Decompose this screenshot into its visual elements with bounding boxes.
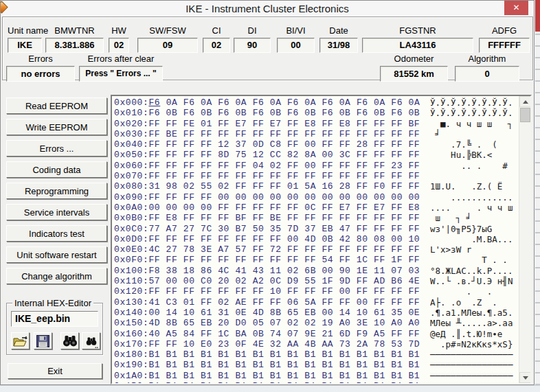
field-label: FGSTNR bbox=[362, 25, 473, 38]
hex-cursor: F6 bbox=[148, 97, 160, 108]
hex-ascii: .... . ч ч ш bbox=[430, 203, 513, 213]
open-file-button[interactable] bbox=[11, 332, 30, 349]
exit-button[interactable]: Exit bbox=[8, 363, 102, 379]
field-value: 09 bbox=[137, 38, 198, 53]
field-label: Date bbox=[319, 25, 358, 38]
field-value: 81552 km bbox=[380, 66, 448, 82]
hex-row[interactable]: 0x190:B1 B1 B1 B1 B1 B1 B1 B1 B1 B1 B1 B… bbox=[114, 360, 519, 370]
hex-row[interactable]: 0x050:FF FF FF FF 8D 75 12 CC 82 8A 00 3… bbox=[114, 150, 519, 160]
hex-row[interactable]: 0x0D0:FF FF FF FF FF FF FF FF 00 4D 0B 4… bbox=[114, 234, 519, 244]
hex-rows[interactable]: 0x000:F6 0A F6 0A F6 0A F6 0A F6 0A F6 0… bbox=[112, 96, 519, 383]
hex-row[interactable]: 0x040:FF FF FF FF 12 37 0D C8 FF 00 FF F… bbox=[114, 139, 519, 150]
hex-row[interactable]: 0x0F0:FF FF FF FF FF FF FF FF FF FF 54 F… bbox=[114, 255, 519, 265]
service-intervals-button[interactable]: Service intervals bbox=[6, 204, 107, 220]
hex-row[interactable]: 0x0E0:4C 27 78 3E A7 57 FF 72 FF FF FF F… bbox=[114, 244, 519, 255]
hex-row[interactable]: 0x070:FF FF FF FF FF FF FF FF FF FF FF F… bbox=[114, 171, 519, 181]
hex-row[interactable]: 0x130:41 C3 01 FF 02 AE FF FF 06 5A FF F… bbox=[114, 297, 519, 308]
hex-scrollbar[interactable] bbox=[519, 96, 530, 383]
hex-row[interactable]: 0x030:FF BE FF FF FF FF FF FF FF FF FF F… bbox=[114, 129, 519, 139]
coding-data-button[interactable]: Coding data bbox=[6, 161, 107, 178]
hex-row[interactable]: 0x0A0:00 00 00 00 FF FF FF FF FF 0C FF E… bbox=[114, 203, 519, 213]
hex-row[interactable]: 0x120:FF FF FF FF FF FF FF 10 FF FF FF 0… bbox=[114, 286, 519, 297]
field-value: Press " Errors ... " bbox=[79, 66, 163, 82]
save-file-button[interactable] bbox=[34, 332, 52, 349]
hex-row[interactable]: 0x1A0:B1 B1 B1 B1 B1 B1 B1 B1 B1 B1 B1 B… bbox=[114, 371, 519, 381]
field-value: 31/98 bbox=[319, 38, 358, 53]
hex-ascii: ш ┐ ╛ bbox=[430, 213, 513, 223]
hex-row[interactable]: 0x1B0:B1 B1 B1 B1 B1 B1 B1 B1 B1 B1 B1 B… bbox=[114, 381, 519, 383]
field-value: 00 bbox=[277, 38, 315, 53]
hex-ascii: .M.BА... bbox=[430, 234, 513, 244]
unit-software-restart-button[interactable]: Unit software restart bbox=[6, 246, 107, 263]
field-label: Unit name bbox=[8, 25, 42, 38]
field-fgstnr: FGSTNR LA43116 bbox=[362, 25, 473, 53]
hex-row[interactable]: 0x060:FF FF FF FF FF FF 04 02 FF 00 FF F… bbox=[114, 161, 519, 171]
field-value: no errors bbox=[6, 66, 75, 82]
hex-ascii: ──────────────── bbox=[430, 371, 513, 381]
hex-row[interactable]: 0x000:F6 0A F6 0A F6 0A F6 0A F6 0A F6 0… bbox=[114, 97, 519, 108]
field-label: ADFG bbox=[479, 25, 530, 38]
hex-ascii: ──────────────── bbox=[430, 349, 513, 360]
field-hw: HW 02 bbox=[109, 25, 129, 53]
hex-row[interactable]: 0x0C0:77 A7 27 7C 30 B7 50 35 7D 37 EB 4… bbox=[114, 224, 519, 234]
hex-row[interactable]: 0x170:FF FF 10 E0 23 0F 4E 32 AA 4B AA 7… bbox=[114, 339, 519, 349]
hex-ascii: .7.╚ . ( bbox=[430, 139, 513, 150]
hex-editor: 0x000:F6 0A F6 0A F6 0A F6 0A F6 0A F6 0… bbox=[111, 95, 532, 384]
errors-button[interactable]: Errors ... bbox=[6, 140, 107, 157]
close-button[interactable]: ✕ bbox=[504, 1, 528, 15]
internal-hex-editor-group: Internal HEX-Editor IKE_eep.bin bbox=[6, 303, 103, 355]
hex-ascii: .. . # bbox=[430, 161, 513, 171]
scroll-up-icon bbox=[523, 100, 528, 104]
hex-row[interactable]: 0x0B0:FF E8 FF FF FF BF FF BE FF FF FF F… bbox=[114, 213, 519, 223]
hex-row[interactable]: 0x150:4D 8B 65 EB 20 D0 05 07 02 02 19 A… bbox=[114, 318, 519, 328]
hex-ascii: ──────────────── bbox=[430, 381, 513, 383]
field-value: 02 bbox=[109, 38, 129, 53]
field-di: DI 90 bbox=[234, 25, 271, 53]
read-eeprom-button[interactable]: Read EEPROM bbox=[6, 97, 107, 114]
hex-row[interactable]: 0x020:FF FF FE 01 FF E7 FF E7 FF E8 FF E… bbox=[114, 119, 519, 129]
floppy-save-icon bbox=[36, 335, 49, 347]
hex-row[interactable]: 0x010:F6 0B F6 0B F6 0B F6 0B F6 0B F6 0… bbox=[114, 108, 519, 118]
hex-row[interactable]: 0x160:40 A5 84 FF 1C BA 0B 74 07 9E 21 6… bbox=[114, 329, 519, 339]
hex-ascii: A├. .о .Z . bbox=[430, 297, 513, 308]
hex-ascii: @еД .║.t.Ю!m∙е bbox=[430, 329, 513, 339]
scroll-up-button[interactable] bbox=[519, 96, 531, 107]
field-value: 0 bbox=[455, 66, 519, 82]
field-value: LA43116 bbox=[362, 38, 473, 53]
hex-row[interactable]: 0x140:00 14 10 61 31 0E 4D 8B 65 EB 00 1… bbox=[114, 308, 519, 318]
field-sw-fsw: SW/FSW 09 bbox=[137, 25, 198, 53]
hex-ascii: . . bbox=[430, 286, 513, 297]
field-value: FFFFFF bbox=[479, 38, 530, 53]
indicators-test-button[interactable]: Indicators test bbox=[6, 225, 107, 242]
field-label: Errors after clear bbox=[79, 54, 163, 66]
hex-ascii: MЛеы ╨.....а>.аа bbox=[430, 318, 513, 328]
close-icon: ✕ bbox=[513, 3, 519, 12]
scroll-down-button[interactable] bbox=[519, 372, 531, 383]
hex-row[interactable]: 0x080:31 98 02 55 02 FF FF FF 01 5A 16 2… bbox=[114, 181, 519, 192]
write-eeprom-button[interactable]: Write EEPROM bbox=[6, 119, 107, 135]
field-adfg: ADFG FFFFFF bbox=[479, 25, 530, 53]
reprogramming-button[interactable]: Reprogramming bbox=[6, 183, 107, 199]
hex-ascii: ──────────────── bbox=[430, 360, 513, 370]
field-odometer: Odometer 81552 km bbox=[380, 54, 448, 82]
scroll-thumb[interactable] bbox=[520, 108, 530, 122]
field-label: BMWTNR bbox=[45, 25, 104, 38]
hex-row[interactable]: 0x090:FF FF FF FF 00 00 00 00 00 00 00 0… bbox=[114, 192, 519, 203]
binoculars-find-icon bbox=[63, 335, 78, 347]
hex-row[interactable]: 0x100:F8 38 18 86 4C 41 43 11 02 6B 00 9… bbox=[114, 266, 519, 276]
filename-input[interactable]: IKE_eep.bin bbox=[11, 311, 98, 327]
hex-ascii: °8.ЖLAC..k.Р.... bbox=[430, 266, 513, 276]
find-button[interactable] bbox=[60, 332, 79, 349]
hex-row[interactable]: 0x110:57 00 00 C0 20 02 A2 0C D9 55 1F 9… bbox=[114, 276, 519, 286]
change-algorithm-button[interactable]: Change algorithm bbox=[6, 268, 107, 284]
hex-ascii: ╛ bbox=[430, 129, 513, 139]
find-next-button[interactable]: .. bbox=[82, 332, 100, 349]
field-label: CI bbox=[203, 25, 230, 38]
hex-ascii: Нu.╠ВК.< bbox=[430, 150, 513, 160]
scroll-down-icon bbox=[523, 376, 528, 380]
hex-editor-toolbar: .. bbox=[11, 332, 100, 349]
group-label: Internal HEX-Editor bbox=[12, 298, 93, 308]
field-value: IKE bbox=[8, 38, 42, 53]
hex-ascii: W..└ .в.┘U.Э н╢N bbox=[430, 276, 513, 286]
hex-row[interactable]: 0x180:B1 B1 B1 B1 B1 B1 B1 B1 B1 B1 B1 B… bbox=[114, 349, 519, 360]
